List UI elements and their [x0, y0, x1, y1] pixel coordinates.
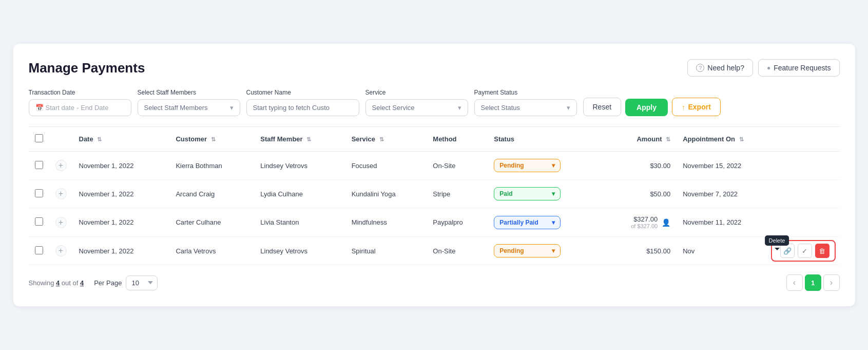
- appointment-cell: November 15, 2022: [677, 152, 839, 180]
- status-select[interactable]: Select Status ▾: [474, 99, 577, 116]
- service-cell: Spiritual: [345, 237, 427, 265]
- appointment-column-header: Appointment On ⇅: [677, 127, 839, 152]
- transaction-date-filter: Transaction Date 📅 Start date - End Date: [29, 89, 131, 116]
- customer-cell: Carter Culhane: [169, 208, 254, 237]
- customer-filter: Customer Name Start typing to fetch Cust…: [246, 89, 359, 116]
- status-badge[interactable]: Pending ▾: [494, 244, 561, 257]
- reset-button[interactable]: Reset: [583, 98, 622, 116]
- table-row: + November 1, 2022 Carter Culhane Livia …: [29, 208, 840, 237]
- chevron-down-icon: ▾: [458, 104, 461, 112]
- row-checkbox-cell: [29, 180, 49, 208]
- status-badge[interactable]: Paid ▾: [494, 187, 561, 200]
- amount-sort-icon[interactable]: ⇅: [666, 136, 670, 142]
- showing-total: 4: [80, 279, 84, 287]
- delete-action-button[interactable]: 🗑: [815, 244, 830, 258]
- amount-cell: $150.00: [602, 237, 677, 265]
- payments-table: Date ⇅ Customer ⇅ Staff Member ⇅ Service…: [29, 127, 840, 265]
- expand-button[interactable]: +: [55, 160, 67, 171]
- per-page-label: Per Page: [94, 279, 122, 287]
- start-date-placeholder: Start date: [46, 104, 74, 112]
- row-checkbox-cell: [29, 208, 49, 237]
- staff-column-header: Staff Member ⇅: [254, 127, 345, 152]
- showing-text: Showing 4 out of 4: [29, 279, 84, 287]
- amount-column-header: Amount ⇅: [602, 127, 677, 152]
- expand-cell: +: [49, 208, 73, 237]
- showing-count: 4: [56, 279, 60, 287]
- service-placeholder: Select Service: [372, 104, 415, 112]
- status-badge[interactable]: Pending ▾: [494, 159, 561, 172]
- method-cell: On-Site: [427, 237, 488, 265]
- row-checkbox[interactable]: [35, 161, 43, 169]
- table-header-row: Date ⇅ Customer ⇅ Staff Member ⇅ Service…: [29, 127, 840, 152]
- table-row: + November 1, 2022 Kierra Bothman Lindse…: [29, 152, 840, 180]
- status-cell: Pending ▾: [488, 152, 602, 180]
- expand-button[interactable]: +: [55, 188, 67, 199]
- link-action-button[interactable]: 🔗: [780, 244, 795, 258]
- select-all-header: [29, 127, 49, 152]
- staff-label: Select Staff Members: [138, 89, 240, 96]
- row-checkbox[interactable]: [35, 217, 43, 226]
- service-sort-icon[interactable]: ⇅: [379, 136, 384, 142]
- row-checkbox[interactable]: [35, 246, 43, 254]
- need-help-button[interactable]: ? Need help?: [687, 59, 753, 77]
- help-icon: ?: [696, 64, 704, 72]
- customer-sort-icon[interactable]: ⇅: [211, 136, 216, 142]
- delete-tooltip: Delete: [765, 235, 789, 246]
- amount-cell: $30.00: [602, 152, 677, 180]
- customer-column-header: Customer ⇅: [169, 127, 254, 152]
- expand-button[interactable]: +: [55, 245, 67, 256]
- customer-label: Customer Name: [246, 89, 359, 96]
- date-cell: November 1, 2022: [73, 152, 170, 180]
- method-cell: Paypalpro: [427, 208, 488, 237]
- chevron-down-icon: ▾: [552, 190, 555, 197]
- staff-cell: Lindsey Vetrovs: [254, 152, 345, 180]
- page-header: Manage Payments ? Need help? ● Feature R…: [29, 59, 840, 77]
- prev-page-button[interactable]: ‹: [786, 274, 803, 291]
- row-checkbox[interactable]: [35, 189, 43, 197]
- service-label: Service: [365, 89, 468, 96]
- staff-placeholder: Select Staff Members: [144, 104, 208, 112]
- feature-icon: ●: [767, 64, 770, 71]
- pagination: ‹ 1 ›: [786, 274, 840, 291]
- appointment-cell: November 11, 2022: [677, 208, 839, 237]
- table-row: + November 1, 2022 Carla Vetrovs Lindsey…: [29, 237, 840, 265]
- action-popup: Delete 🔗 ✓ 🗑: [771, 240, 836, 262]
- row-checkbox-cell: [29, 152, 49, 180]
- customer-cell: Carla Vetrovs: [169, 237, 254, 265]
- apply-button[interactable]: Apply: [625, 99, 668, 116]
- staff-select[interactable]: Select Staff Members ▾: [138, 99, 240, 116]
- expand-cell: +: [49, 152, 73, 180]
- next-page-button[interactable]: ›: [823, 274, 840, 291]
- expand-button[interactable]: +: [55, 217, 67, 228]
- feature-requests-button[interactable]: ● Feature Requests: [758, 59, 840, 77]
- status-column-header: Status: [488, 127, 602, 152]
- status-filter: Payment Status Select Status ▾: [474, 89, 577, 116]
- staff-cell: Lydia Culhane: [254, 180, 345, 208]
- date-sort-icon[interactable]: ⇅: [97, 136, 102, 142]
- select-all-checkbox[interactable]: [35, 134, 43, 142]
- confirm-action-button[interactable]: ✓: [798, 244, 812, 258]
- customer-input[interactable]: Start typing to fetch Custo: [246, 99, 359, 116]
- per-page-control: Per Page 10 25 50 100: [94, 275, 158, 290]
- per-page-select[interactable]: 10 25 50 100: [126, 275, 158, 290]
- customer-cell: Kierra Bothman: [169, 152, 254, 180]
- service-select[interactable]: Select Service ▾: [365, 99, 468, 116]
- staff-sort-icon[interactable]: ⇅: [306, 136, 311, 142]
- chevron-down-icon: ▾: [552, 162, 555, 169]
- amount-cell: $50.00: [602, 180, 677, 208]
- user-icon: 👤: [662, 218, 670, 227]
- page-1-button[interactable]: 1: [805, 274, 821, 291]
- customer-placeholder: Start typing to fetch Custo: [253, 104, 330, 112]
- table-footer: Showing 4 out of 4 Per Page 10 25 50 100…: [29, 274, 840, 291]
- status-badge[interactable]: Partially Paid ▾: [494, 216, 561, 229]
- date-range-input[interactable]: 📅 Start date - End Date: [29, 99, 131, 116]
- service-filter: Service Select Service ▾: [365, 89, 468, 116]
- appointment-sort-icon[interactable]: ⇅: [739, 136, 744, 142]
- export-button[interactable]: ↑ Export: [672, 98, 721, 116]
- filters-bar: Transaction Date 📅 Start date - End Date…: [29, 89, 840, 116]
- header-actions: ? Need help? ● Feature Requests: [687, 59, 839, 77]
- chevron-down-icon: ▾: [552, 247, 555, 254]
- status-cell: Paid ▾: [488, 180, 602, 208]
- service-cell: Mindfulness: [345, 208, 427, 237]
- chevron-down-icon: ▾: [567, 104, 570, 112]
